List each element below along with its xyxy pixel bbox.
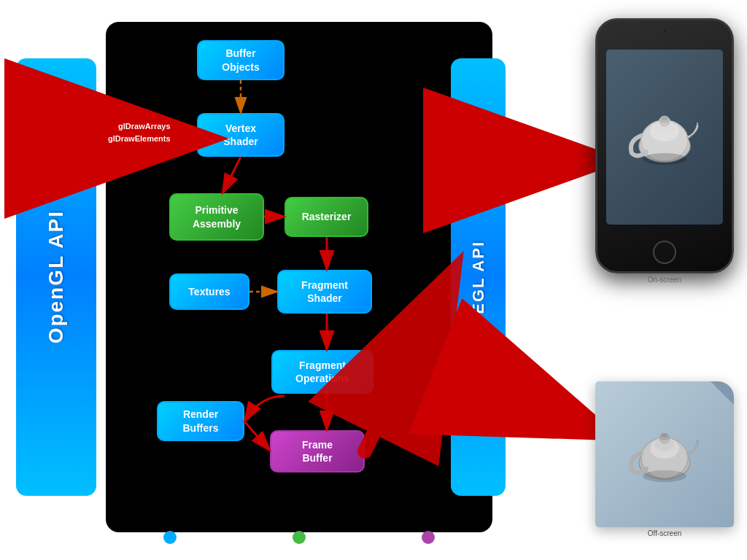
fragment-shader-node: FragmentShader [277, 270, 372, 314]
phone-camera [662, 28, 667, 34]
phone-screen [606, 50, 723, 225]
gl-draw-elements-label: glDrawElements [108, 134, 171, 143]
fragment-operations-node: FragmentOperations [271, 350, 374, 394]
textures-node: Textures [169, 273, 249, 310]
phone-on-screen-label: On-screen [595, 276, 734, 284]
teapot-doc-icon [624, 418, 705, 491]
gl-draw-label: glDrawArrays glDrawElements [108, 120, 171, 144]
svg-point-17 [661, 116, 668, 120]
nav-dot-green[interactable] [293, 531, 306, 544]
nav-dots [106, 531, 492, 544]
doc-fold-corner [711, 381, 734, 405]
gl-draw-arrays-label: glDrawArrays [118, 122, 171, 131]
document-off-screen-label: Off-screen [595, 529, 734, 537]
svg-point-18 [643, 153, 686, 165]
svg-point-25 [661, 433, 668, 438]
egl-api-bar: EGL API [451, 58, 506, 496]
rasterizer-node: Rasterizer [285, 197, 368, 237]
opengl-api-label: OpenGL API [44, 210, 68, 343]
buffer-objects-node: BufferObjects [197, 40, 285, 80]
frame-buffer-node: FrameBuffer [270, 430, 365, 472]
teapot-phone-icon [624, 101, 705, 174]
document-mockup: Off-screen [595, 381, 734, 534]
main-container: OpenGL API EGL API BufferObjects VertexS… [0, 0, 747, 560]
nav-dot-blue[interactable] [163, 531, 177, 544]
phone-mockup: On-screen [595, 18, 734, 281]
svg-point-26 [643, 470, 686, 482]
primitive-assembly-node: PrimitiveAssembly [169, 193, 264, 241]
opengl-api-bar: OpenGL API [16, 58, 96, 496]
nav-dot-purple[interactable] [422, 531, 435, 544]
vertex-shader-node: VertexShader [197, 113, 285, 157]
render-buffers-node: RenderBuffers [157, 401, 244, 441]
phone-home-button[interactable] [653, 241, 676, 264]
egl-api-label: EGL API [469, 241, 488, 314]
